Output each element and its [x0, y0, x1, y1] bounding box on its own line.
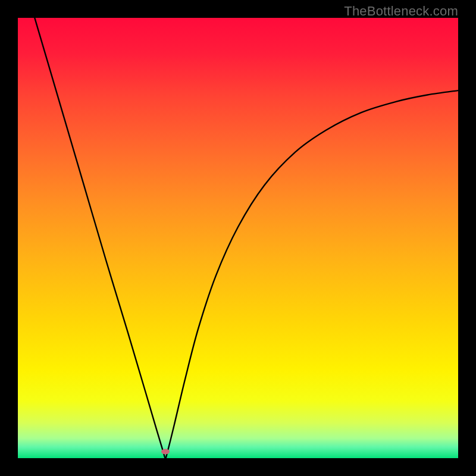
- watermark-text: TheBottleneck.com: [344, 4, 458, 19]
- bottleneck-curve: [18, 18, 458, 458]
- optimal-point-marker: [161, 449, 170, 454]
- plot-area: [18, 18, 458, 458]
